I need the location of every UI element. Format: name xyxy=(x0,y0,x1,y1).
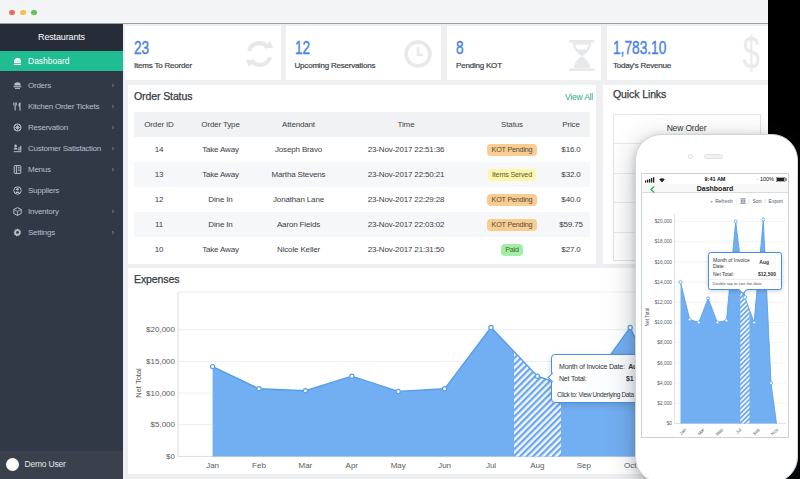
svg-text:Sep: Sep xyxy=(577,461,592,470)
svg-text:$10,000: $10,000 xyxy=(655,320,673,325)
svg-text:$14,000: $14,000 xyxy=(655,279,673,284)
svg-text:Mar: Mar xyxy=(299,461,313,470)
svg-text:Feb: Feb xyxy=(252,461,266,470)
svg-text:Jan: Jan xyxy=(679,426,688,435)
svg-text:Mar: Mar xyxy=(697,426,706,435)
svg-text:$5,000: $5,000 xyxy=(151,420,176,429)
svg-text:May: May xyxy=(391,461,406,470)
svg-text:Apr: Apr xyxy=(346,461,359,470)
svg-text:$20,000: $20,000 xyxy=(655,219,673,224)
svg-text:$10,000: $10,000 xyxy=(146,389,175,398)
svg-text:Aug: Aug xyxy=(530,461,544,470)
svg-text:Jun: Jun xyxy=(438,461,451,470)
svg-text:$4,000: $4,000 xyxy=(657,380,672,385)
svg-text:Jan: Jan xyxy=(206,461,219,470)
svg-text:Sep: Sep xyxy=(752,426,762,436)
svg-text:$20,000: $20,000 xyxy=(146,325,175,334)
svg-text:$8,000: $8,000 xyxy=(657,340,672,345)
svg-text:Jul: Jul xyxy=(486,461,496,470)
svg-text:$6,000: $6,000 xyxy=(657,360,672,365)
svg-text:Jul: Jul xyxy=(735,427,743,435)
svg-text:Net Total: Net Total xyxy=(134,368,143,398)
svg-text:$12,000: $12,000 xyxy=(655,299,673,304)
svg-text:Net Total: Net Total xyxy=(645,307,650,326)
svg-text:May: May xyxy=(714,426,724,436)
svg-text:$16,000: $16,000 xyxy=(655,259,673,264)
svg-text:$15,000: $15,000 xyxy=(146,357,175,366)
svg-text:$18,000: $18,000 xyxy=(655,239,673,244)
svg-text:$0: $0 xyxy=(667,421,673,426)
svg-text:$0: $0 xyxy=(166,452,175,461)
svg-text:$2,000: $2,000 xyxy=(657,400,672,405)
svg-text:Nov: Nov xyxy=(770,426,780,436)
